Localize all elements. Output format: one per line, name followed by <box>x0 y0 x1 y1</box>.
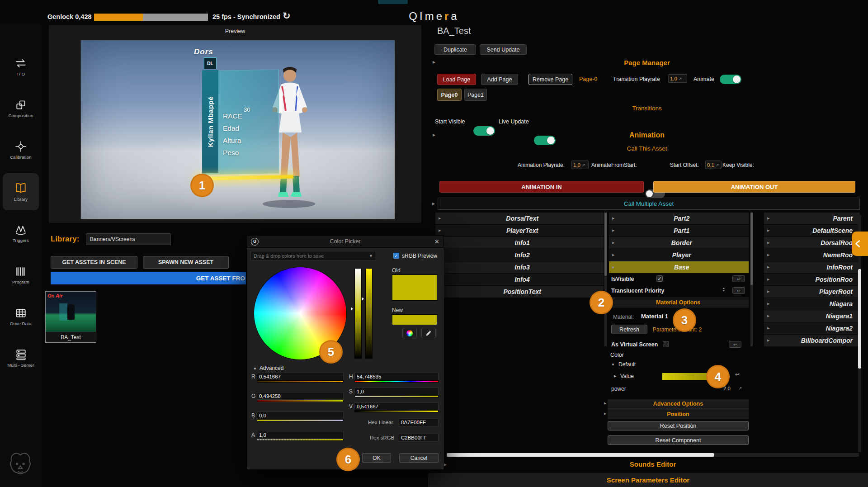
srgb-preview-checkbox[interactable]: ✓ <box>393 253 399 259</box>
tree-row-nameroot[interactable]: ▶NameRoo <box>764 249 860 261</box>
s-channel-input[interactable] <box>354 388 439 395</box>
ok-button[interactable]: OK <box>362 453 391 463</box>
as-virtual-screen-checkbox[interactable] <box>663 341 669 347</box>
tree-row-positiontext[interactable]: ▶PositionText <box>435 286 604 298</box>
spawn-new-asset-button[interactable]: SPAWN NEW ASSET <box>143 256 229 269</box>
tree-row-positionroot[interactable]: ▶PositionRoo <box>764 274 860 285</box>
translucent-priority-reset-button[interactable]: ↩ <box>732 287 745 294</box>
cancel-button[interactable]: Cancel <box>399 453 439 463</box>
g-channel-gradient[interactable] <box>257 400 344 402</box>
animation-in-button[interactable]: ANIMATION IN <box>439 181 644 193</box>
sidebar-item-library[interactable]: Library <box>3 173 39 210</box>
tree-row-playertext[interactable]: ▶PlayerText <box>435 225 604 236</box>
power-expand-icon[interactable]: ↗ <box>738 386 742 391</box>
advanced-options-expander-icon[interactable]: ▶ <box>604 402 606 405</box>
anim-playrate-value[interactable]: 1,0↗ <box>571 161 589 169</box>
refresh-button[interactable]: Refresh <box>611 325 647 334</box>
preview-viewport[interactable]: Dors Kylian Mba <box>80 40 395 219</box>
h-channel-gradient[interactable] <box>354 380 439 383</box>
tree-row-info3[interactable]: ▶Info3 <box>435 261 604 273</box>
material-options-header[interactable]: Material Options <box>608 298 749 307</box>
scrollbar-thumb[interactable] <box>858 269 861 369</box>
reset-component-button[interactable]: Reset Component <box>608 435 749 445</box>
s-channel-gradient[interactable] <box>354 395 439 397</box>
tree-row-parent[interactable]: ▶Parent <box>764 213 860 224</box>
h-channel-input[interactable] <box>354 373 439 380</box>
tree-row-billboardcomponent[interactable]: ▶BillboardCompor <box>764 335 860 346</box>
tree-row-playerroot[interactable]: ▶PlayerRoot <box>764 286 860 298</box>
get-asset-from-library-button[interactable]: GET ASSET FRO <box>51 272 246 284</box>
tree-row-dorsaltext[interactable]: ▶DorsalText <box>435 213 604 224</box>
animate-toggle[interactable] <box>720 75 741 84</box>
library-path-input[interactable] <box>86 233 171 245</box>
load-page-button[interactable]: Load Page <box>437 74 476 85</box>
sidebar-item-drive-data[interactable]: Drive Data <box>3 298 39 335</box>
sounds-editor-header[interactable]: Sounds Editor <box>447 460 859 468</box>
b-channel-gradient[interactable] <box>257 419 344 421</box>
value-undo-icon[interactable]: ↩ <box>735 371 740 378</box>
sidebar-item-program[interactable]: Program <box>3 256 39 293</box>
theme-dropdown[interactable]: Drag & drop colors here to save ▼ <box>250 251 376 260</box>
position-header[interactable]: Position <box>608 409 749 419</box>
tree-row-player[interactable]: ▶Player <box>609 249 749 261</box>
remove-page-button[interactable]: Remove Page <box>528 74 572 85</box>
saturation-slider[interactable] <box>354 268 362 359</box>
start-offset-value[interactable]: 0,1↗ <box>705 161 722 169</box>
v-channel-gradient[interactable] <box>354 410 439 412</box>
tree-mid-scrollbar[interactable] <box>750 213 753 346</box>
call-multiple-asset-box[interactable]: Call Multiple Asset <box>438 198 860 210</box>
as-virtual-screen-reset-button[interactable]: ↩ <box>729 341 741 348</box>
animation-out-button[interactable]: ANIMATION OUT <box>653 181 855 193</box>
tree-row-part2[interactable]: ▶Part2 <box>609 213 749 224</box>
g-channel-input[interactable] <box>257 392 344 400</box>
get-assets-in-scene-button[interactable]: GET ASSTES IN SCENE <box>51 256 137 269</box>
color-wheel-mode-button[interactable] <box>402 328 417 338</box>
sidebar-item-composition[interactable]: Composition <box>3 90 39 127</box>
tree-row-info4[interactable]: ▶Info4 <box>435 274 604 285</box>
asset-card[interactable]: On Air BA_Test <box>45 291 96 343</box>
tree-row-niagara1[interactable]: ▶Niagara1 <box>764 310 860 322</box>
is-visible-reset-button[interactable]: ↩ <box>732 275 745 282</box>
send-update-button[interactable]: Send Update <box>480 44 527 55</box>
transition-playrate-value[interactable]: 1,0↗ <box>668 74 687 83</box>
panel-collapse-tab[interactable] <box>852 232 868 256</box>
r-channel-gradient[interactable] <box>257 380 344 383</box>
close-icon[interactable]: ✕ <box>434 238 439 245</box>
tree-row-niagara2[interactable]: ▶Niagara2 <box>764 322 860 334</box>
panel-horizontal-scrollbar[interactable] <box>447 453 859 457</box>
tree-row-dorsalroot[interactable]: ▶DorsalRoo <box>764 237 860 249</box>
b-channel-input[interactable] <box>257 411 344 419</box>
tree-row-info1[interactable]: ▶Info1 <box>435 237 604 249</box>
sidebar-item-calibration[interactable]: Calibration <box>3 132 39 169</box>
duplicate-button[interactable]: Duplicate <box>434 44 476 55</box>
tree-row-info2[interactable]: ▶Info2 <box>435 249 604 261</box>
power-value[interactable]: 2.0 <box>723 386 731 391</box>
reset-position-button[interactable]: Reset Position <box>608 421 749 430</box>
tree-row-defaultscene[interactable]: ▶DefaultScene <box>764 225 860 236</box>
tab-page1[interactable]: Page1 <box>464 89 487 101</box>
sidebar-item-io[interactable]: I / O <box>3 48 39 85</box>
tree-row-part1[interactable]: ▶Part1 <box>609 225 749 236</box>
screen-parameters-editor-bar[interactable]: Screen Parameters Editor <box>428 473 868 487</box>
a-channel-gradient[interactable] <box>257 439 344 441</box>
advanced-options-header[interactable]: Advanced Options <box>608 399 749 409</box>
a-channel-input[interactable] <box>257 431 344 439</box>
value-expander-icon[interactable]: ▶ <box>614 374 616 378</box>
r-channel-input[interactable] <box>257 373 344 380</box>
dialog-titlebar[interactable]: U Color Picker ✕ <box>247 236 443 248</box>
advanced-expander-icon[interactable]: ▼ <box>253 367 257 371</box>
position-expander-icon[interactable]: ▶ <box>604 412 606 416</box>
sidebar-item-triggers[interactable]: Triggers <box>3 215 39 252</box>
hex-linear-input[interactable] <box>399 418 439 426</box>
eyedropper-button[interactable] <box>421 328 436 338</box>
tree-left-scrollbar[interactable] <box>604 213 607 346</box>
tree-row-base-selected[interactable]: ▶Base <box>609 261 749 273</box>
sync-refresh-icon[interactable]: ↻ <box>283 10 291 21</box>
scrollbar-thumb[interactable] <box>447 453 714 457</box>
translucent-priority-spinner[interactable]: ▲▼ <box>722 287 725 292</box>
material-value[interactable]: Material 1 <box>641 313 668 320</box>
hex-srgb-input[interactable] <box>399 434 439 442</box>
tab-page0[interactable]: Page0 <box>437 89 462 101</box>
v-channel-input[interactable] <box>354 402 439 410</box>
value-slider[interactable] <box>365 268 373 359</box>
